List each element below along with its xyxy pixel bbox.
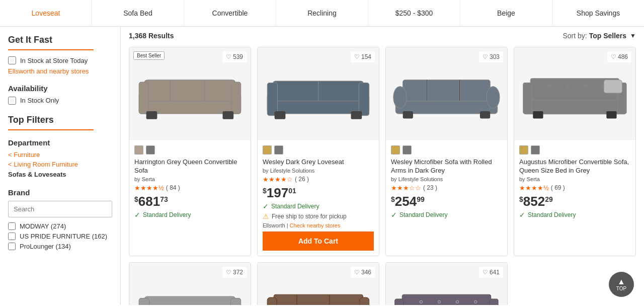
availability-section: Availability In Stock Only	[8, 84, 112, 105]
brand-uspride-checkbox[interactable]	[8, 233, 16, 240]
in-stock-checkbox[interactable]	[8, 56, 16, 64]
nav-item-convertible[interactable]: Convertible	[184, 0, 276, 26]
heart-count: 303	[490, 53, 500, 60]
color-swatches-2	[263, 145, 374, 155]
check-icon: ✓	[134, 211, 140, 219]
ship-to-store-row-2: ⚠ Free ship to store for pickup	[263, 212, 374, 220]
sort-by[interactable]: Sort by: Top Sellers ▼	[562, 32, 636, 40]
nav-item-loveseat[interactable]: Loveseat	[0, 0, 92, 26]
wishlist-button-3[interactable]: ♡ 303	[479, 51, 503, 62]
product-grid: Best Seller ♡ 539 Harrington Grey Queen …	[129, 47, 636, 305]
wishlist-button-5[interactable]: ♡ 372	[222, 267, 247, 278]
check-icon: ✓	[263, 202, 269, 210]
swatch-0[interactable]	[134, 145, 143, 155]
heart-icon: ♡	[226, 269, 231, 276]
product-info-1: Harrington Grey Queen Convertible Sofaby…	[129, 140, 251, 226]
swatch-1[interactable]	[146, 145, 155, 155]
heart-icon: ♡	[354, 269, 360, 276]
product-card-1[interactable]: Best Seller ♡ 539 Harrington Grey Queen …	[129, 47, 251, 256]
product-brand-4: by Serta	[519, 176, 630, 182]
wishlist-button-6[interactable]: ♡ 346	[351, 267, 375, 278]
stars-row-3: ★★★☆☆ ( 23 )	[391, 184, 502, 192]
in-stock-only-label: In Stock Only	[20, 97, 59, 104]
price-main-2: 197	[267, 186, 288, 199]
product-card-2[interactable]: ♡ 154 Wesley Dark Grey Loveseatby Lifest…	[257, 47, 379, 256]
swatch-0[interactable]	[519, 145, 528, 155]
top-navigation: LoveseatSofa BedConvertibleReclining$250…	[0, 0, 644, 27]
delivery-row-1: ✓ Standard Delivery	[134, 211, 246, 219]
back-to-top-button[interactable]: ▲ TOP	[609, 272, 634, 297]
brand-uspride: US PRIDE FURNITURE (162)	[8, 233, 112, 240]
nav-item-beige[interactable]: Beige	[460, 0, 552, 26]
svg-rect-12	[359, 83, 369, 116]
wishlist-button-4[interactable]: ♡ 486	[607, 51, 631, 62]
wishlist-button-2[interactable]: ♡ 154	[351, 51, 375, 62]
swatch-1[interactable]	[274, 145, 283, 155]
svg-rect-14	[351, 111, 362, 119]
svg-rect-21	[403, 111, 413, 118]
svg-rect-43	[360, 297, 369, 305]
check-nearby-link-2[interactable]: Check nearby stores	[290, 222, 341, 228]
swatch-0[interactable]	[391, 145, 400, 155]
store-link[interactable]: Ellsworth and nearby stores	[8, 67, 112, 76]
heart-count: 346	[361, 269, 371, 276]
nav-item-$250---$300[interactable]: $250 - $300	[368, 0, 460, 26]
svg-rect-3	[231, 82, 241, 114]
svg-rect-4	[170, 80, 171, 101]
price-row-3: $ 254 99	[391, 195, 502, 208]
nav-item-shop-savings[interactable]: Shop Savings	[552, 0, 644, 26]
swatch-1[interactable]	[531, 145, 540, 155]
svg-rect-37	[230, 298, 240, 305]
dept-link-furniture[interactable]: < Furniture	[8, 151, 112, 159]
svg-rect-32	[533, 111, 543, 118]
wishlist-button-7[interactable]: ♡ 641	[479, 267, 503, 278]
price-dollar-2: $	[263, 187, 267, 194]
department-section: Department < Furniture < Living Room Fur…	[8, 138, 112, 178]
stars-2: ★★★★☆	[263, 176, 293, 183]
wishlist-button-1[interactable]: ♡ 539	[222, 51, 247, 62]
brand-search-input[interactable]	[8, 201, 112, 217]
heart-count: 372	[233, 269, 243, 276]
svg-rect-36	[139, 298, 149, 305]
check-icon: ✓	[519, 211, 525, 219]
dept-link-living-room[interactable]: < Living Room Furniture	[8, 161, 112, 168]
price-row-2: $ 197 01	[263, 186, 374, 199]
svg-rect-44	[296, 294, 297, 305]
brand-prolounger-checkbox[interactable]	[8, 243, 16, 250]
product-card-6[interactable]: ♡ 346	[257, 262, 379, 305]
department-title: Department	[8, 138, 112, 147]
dept-current: Sofas & Loveseats	[8, 171, 66, 178]
heart-icon: ♡	[611, 53, 616, 60]
product-brand-1: by Serta	[134, 176, 246, 182]
svg-rect-1	[144, 80, 235, 101]
brand-uspride-label: US PRIDE FURNITURE (162)	[20, 233, 107, 240]
nav-item-sofa-bed[interactable]: Sofa Bed	[92, 0, 184, 26]
product-name-2: Wesley Dark Grey Loveseat	[263, 158, 374, 167]
product-info-3: Wesley Microfiber Sofa with Rolled Arms …	[386, 140, 507, 226]
nav-item-reclining[interactable]: Reclining	[276, 0, 368, 26]
svg-rect-29	[523, 83, 532, 114]
in-stock-only-option: In Stock Only	[8, 97, 112, 105]
check-icon: ✓	[391, 211, 397, 219]
swatch-0[interactable]	[263, 145, 272, 155]
color-swatches-1	[134, 145, 246, 155]
svg-rect-33	[606, 111, 616, 118]
brand-prolounger: ProLounger (134)	[8, 243, 112, 250]
product-card-7[interactable]: ♡ 641	[385, 262, 508, 305]
in-stock-option: In Stock at Store Today	[8, 56, 112, 64]
add-to-cart-button-2[interactable]: Add To Cart	[263, 232, 374, 251]
best-seller-badge: Best Seller	[133, 51, 165, 60]
product-card-5[interactable]: ♡ 372	[129, 262, 251, 305]
heart-count: 641	[490, 269, 500, 276]
product-name-1: Harrington Grey Queen Convertible Sofa	[134, 158, 246, 175]
main-container: Get It Fast In Stock at Store Today Ells…	[0, 27, 644, 305]
delivery-row-2: ✓ Standard Delivery	[263, 202, 374, 210]
svg-rect-54	[395, 299, 404, 305]
in-stock-label: In Stock at Store Today	[20, 57, 88, 64]
product-card-4[interactable]: ♡ 486 Augustus Microfiber Convertible So…	[514, 47, 636, 256]
product-card-3[interactable]: ♡ 303 Wesley Microfiber Sofa with Rolled…	[385, 47, 508, 256]
in-stock-only-checkbox[interactable]	[8, 97, 16, 105]
swatch-1[interactable]	[403, 145, 412, 155]
brand-modway-checkbox[interactable]	[8, 222, 16, 230]
delivery-text-3: Standard Delivery	[399, 211, 447, 218]
